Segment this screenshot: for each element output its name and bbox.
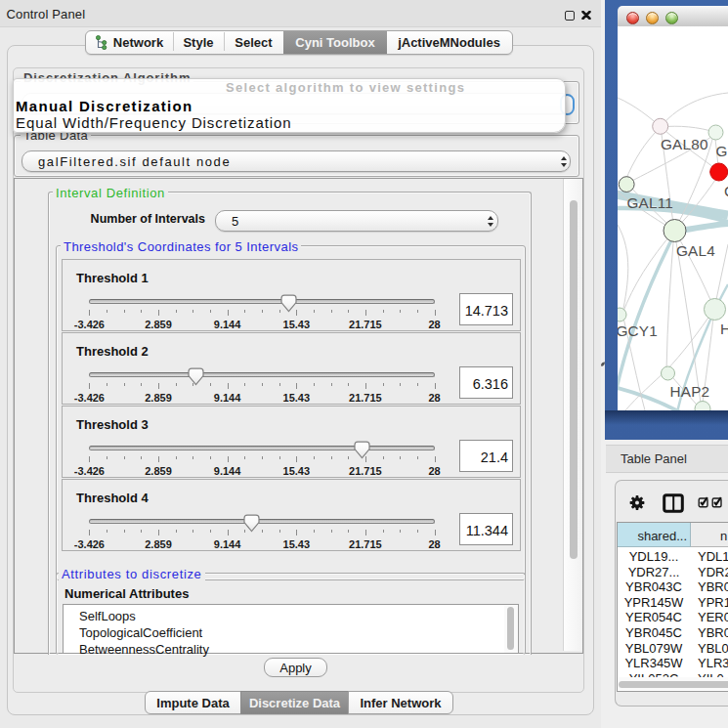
- svg-text:G.: G.: [716, 143, 728, 159]
- svg-text:HAP2: HAP2: [670, 383, 710, 400]
- svg-text:GAL80: GAL80: [661, 136, 708, 152]
- svg-text:GAL4: GAL4: [676, 242, 715, 259]
- svg-text:C: C: [724, 183, 728, 199]
- svg-text:H: H: [720, 321, 728, 337]
- svg-text:GCY1: GCY1: [618, 322, 658, 339]
- svg-text:GAL11: GAL11: [627, 194, 674, 211]
